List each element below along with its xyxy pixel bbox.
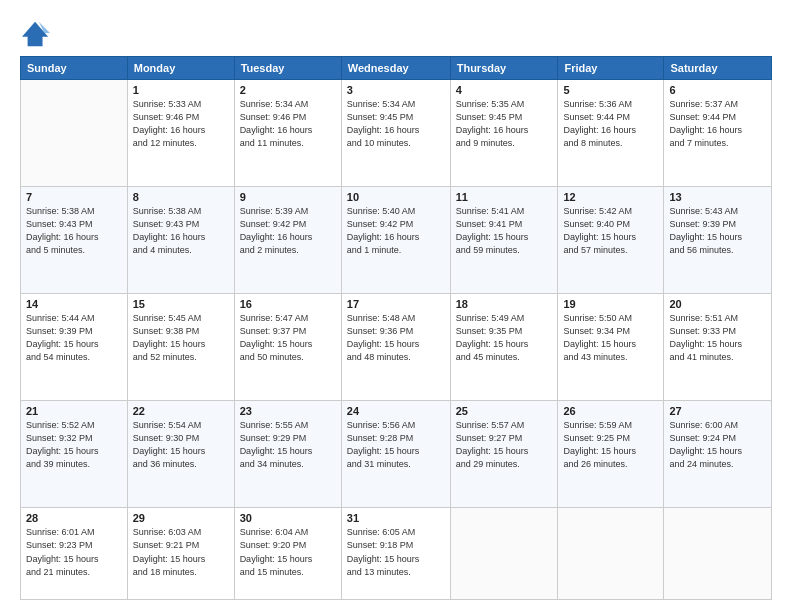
day-info: Sunrise: 5:35 AMSunset: 9:45 PMDaylight:… — [456, 98, 553, 150]
day-number: 1 — [133, 84, 229, 96]
day-number: 22 — [133, 405, 229, 417]
day-number: 14 — [26, 298, 122, 310]
calendar-cell: 3Sunrise: 5:34 AMSunset: 9:45 PMDaylight… — [341, 80, 450, 187]
calendar-cell: 21Sunrise: 5:52 AMSunset: 9:32 PMDayligh… — [21, 401, 128, 508]
calendar-cell: 22Sunrise: 5:54 AMSunset: 9:30 PMDayligh… — [127, 401, 234, 508]
day-info: Sunrise: 5:56 AMSunset: 9:28 PMDaylight:… — [347, 419, 445, 471]
day-info: Sunrise: 5:38 AMSunset: 9:43 PMDaylight:… — [133, 205, 229, 257]
calendar-cell: 18Sunrise: 5:49 AMSunset: 9:35 PMDayligh… — [450, 294, 558, 401]
day-number: 3 — [347, 84, 445, 96]
day-number: 21 — [26, 405, 122, 417]
day-info: Sunrise: 5:39 AMSunset: 9:42 PMDaylight:… — [240, 205, 336, 257]
calendar-cell: 27Sunrise: 6:00 AMSunset: 9:24 PMDayligh… — [664, 401, 772, 508]
day-number: 30 — [240, 512, 336, 524]
weekday-header-sunday: Sunday — [21, 57, 128, 80]
weekday-header-tuesday: Tuesday — [234, 57, 341, 80]
day-info: Sunrise: 5:49 AMSunset: 9:35 PMDaylight:… — [456, 312, 553, 364]
calendar-cell — [664, 508, 772, 600]
day-number: 15 — [133, 298, 229, 310]
day-info: Sunrise: 5:55 AMSunset: 9:29 PMDaylight:… — [240, 419, 336, 471]
calendar-cell: 16Sunrise: 5:47 AMSunset: 9:37 PMDayligh… — [234, 294, 341, 401]
calendar-cell: 15Sunrise: 5:45 AMSunset: 9:38 PMDayligh… — [127, 294, 234, 401]
day-info: Sunrise: 5:42 AMSunset: 9:40 PMDaylight:… — [563, 205, 658, 257]
day-info: Sunrise: 6:00 AMSunset: 9:24 PMDaylight:… — [669, 419, 766, 471]
calendar-cell: 1Sunrise: 5:33 AMSunset: 9:46 PMDaylight… — [127, 80, 234, 187]
calendar-cell: 20Sunrise: 5:51 AMSunset: 9:33 PMDayligh… — [664, 294, 772, 401]
calendar-cell: 12Sunrise: 5:42 AMSunset: 9:40 PMDayligh… — [558, 187, 664, 294]
weekday-header-wednesday: Wednesday — [341, 57, 450, 80]
svg-marker-0 — [22, 22, 48, 46]
day-number: 10 — [347, 191, 445, 203]
day-info: Sunrise: 5:57 AMSunset: 9:27 PMDaylight:… — [456, 419, 553, 471]
day-number: 8 — [133, 191, 229, 203]
weekday-header-thursday: Thursday — [450, 57, 558, 80]
day-number: 27 — [669, 405, 766, 417]
day-info: Sunrise: 5:52 AMSunset: 9:32 PMDaylight:… — [26, 419, 122, 471]
day-info: Sunrise: 5:34 AMSunset: 9:46 PMDaylight:… — [240, 98, 336, 150]
day-number: 24 — [347, 405, 445, 417]
day-number: 29 — [133, 512, 229, 524]
calendar-cell: 19Sunrise: 5:50 AMSunset: 9:34 PMDayligh… — [558, 294, 664, 401]
calendar-cell: 2Sunrise: 5:34 AMSunset: 9:46 PMDaylight… — [234, 80, 341, 187]
day-number: 17 — [347, 298, 445, 310]
calendar-cell: 8Sunrise: 5:38 AMSunset: 9:43 PMDaylight… — [127, 187, 234, 294]
day-info: Sunrise: 5:44 AMSunset: 9:39 PMDaylight:… — [26, 312, 122, 364]
day-number: 2 — [240, 84, 336, 96]
day-number: 13 — [669, 191, 766, 203]
day-info: Sunrise: 5:54 AMSunset: 9:30 PMDaylight:… — [133, 419, 229, 471]
day-number: 20 — [669, 298, 766, 310]
day-info: Sunrise: 5:38 AMSunset: 9:43 PMDaylight:… — [26, 205, 122, 257]
calendar-cell: 30Sunrise: 6:04 AMSunset: 9:20 PMDayligh… — [234, 508, 341, 600]
day-info: Sunrise: 5:50 AMSunset: 9:34 PMDaylight:… — [563, 312, 658, 364]
calendar-cell: 17Sunrise: 5:48 AMSunset: 9:36 PMDayligh… — [341, 294, 450, 401]
logo-icon — [22, 20, 50, 48]
calendar-cell: 14Sunrise: 5:44 AMSunset: 9:39 PMDayligh… — [21, 294, 128, 401]
day-info: Sunrise: 5:41 AMSunset: 9:41 PMDaylight:… — [456, 205, 553, 257]
day-number: 5 — [563, 84, 658, 96]
day-info: Sunrise: 6:03 AMSunset: 9:21 PMDaylight:… — [133, 526, 229, 578]
day-info: Sunrise: 5:48 AMSunset: 9:36 PMDaylight:… — [347, 312, 445, 364]
logo — [20, 20, 50, 48]
day-number: 23 — [240, 405, 336, 417]
calendar-week-2: 7Sunrise: 5:38 AMSunset: 9:43 PMDaylight… — [21, 187, 772, 294]
day-info: Sunrise: 5:40 AMSunset: 9:42 PMDaylight:… — [347, 205, 445, 257]
day-number: 12 — [563, 191, 658, 203]
day-info: Sunrise: 5:47 AMSunset: 9:37 PMDaylight:… — [240, 312, 336, 364]
calendar-cell: 11Sunrise: 5:41 AMSunset: 9:41 PMDayligh… — [450, 187, 558, 294]
calendar-cell: 6Sunrise: 5:37 AMSunset: 9:44 PMDaylight… — [664, 80, 772, 187]
day-number: 28 — [26, 512, 122, 524]
day-info: Sunrise: 5:34 AMSunset: 9:45 PMDaylight:… — [347, 98, 445, 150]
calendar-week-1: 1Sunrise: 5:33 AMSunset: 9:46 PMDaylight… — [21, 80, 772, 187]
calendar-cell: 26Sunrise: 5:59 AMSunset: 9:25 PMDayligh… — [558, 401, 664, 508]
weekday-header-monday: Monday — [127, 57, 234, 80]
weekday-header-row: SundayMondayTuesdayWednesdayThursdayFrid… — [21, 57, 772, 80]
day-info: Sunrise: 5:43 AMSunset: 9:39 PMDaylight:… — [669, 205, 766, 257]
calendar-cell: 23Sunrise: 5:55 AMSunset: 9:29 PMDayligh… — [234, 401, 341, 508]
day-info: Sunrise: 6:01 AMSunset: 9:23 PMDaylight:… — [26, 526, 122, 578]
day-number: 26 — [563, 405, 658, 417]
day-info: Sunrise: 5:37 AMSunset: 9:44 PMDaylight:… — [669, 98, 766, 150]
day-info: Sunrise: 5:45 AMSunset: 9:38 PMDaylight:… — [133, 312, 229, 364]
day-number: 4 — [456, 84, 553, 96]
calendar-cell: 28Sunrise: 6:01 AMSunset: 9:23 PMDayligh… — [21, 508, 128, 600]
calendar-cell: 29Sunrise: 6:03 AMSunset: 9:21 PMDayligh… — [127, 508, 234, 600]
calendar-week-3: 14Sunrise: 5:44 AMSunset: 9:39 PMDayligh… — [21, 294, 772, 401]
day-info: Sunrise: 5:51 AMSunset: 9:33 PMDaylight:… — [669, 312, 766, 364]
calendar-cell: 24Sunrise: 5:56 AMSunset: 9:28 PMDayligh… — [341, 401, 450, 508]
day-number: 7 — [26, 191, 122, 203]
weekday-header-saturday: Saturday — [664, 57, 772, 80]
calendar-week-5: 28Sunrise: 6:01 AMSunset: 9:23 PMDayligh… — [21, 508, 772, 600]
day-info: Sunrise: 6:05 AMSunset: 9:18 PMDaylight:… — [347, 526, 445, 578]
day-info: Sunrise: 5:36 AMSunset: 9:44 PMDaylight:… — [563, 98, 658, 150]
calendar-week-4: 21Sunrise: 5:52 AMSunset: 9:32 PMDayligh… — [21, 401, 772, 508]
day-number: 25 — [456, 405, 553, 417]
calendar-cell: 31Sunrise: 6:05 AMSunset: 9:18 PMDayligh… — [341, 508, 450, 600]
day-number: 9 — [240, 191, 336, 203]
calendar-cell: 9Sunrise: 5:39 AMSunset: 9:42 PMDaylight… — [234, 187, 341, 294]
day-number: 6 — [669, 84, 766, 96]
day-number: 31 — [347, 512, 445, 524]
weekday-header-friday: Friday — [558, 57, 664, 80]
calendar-cell: 7Sunrise: 5:38 AMSunset: 9:43 PMDaylight… — [21, 187, 128, 294]
day-info: Sunrise: 6:04 AMSunset: 9:20 PMDaylight:… — [240, 526, 336, 578]
day-number: 18 — [456, 298, 553, 310]
